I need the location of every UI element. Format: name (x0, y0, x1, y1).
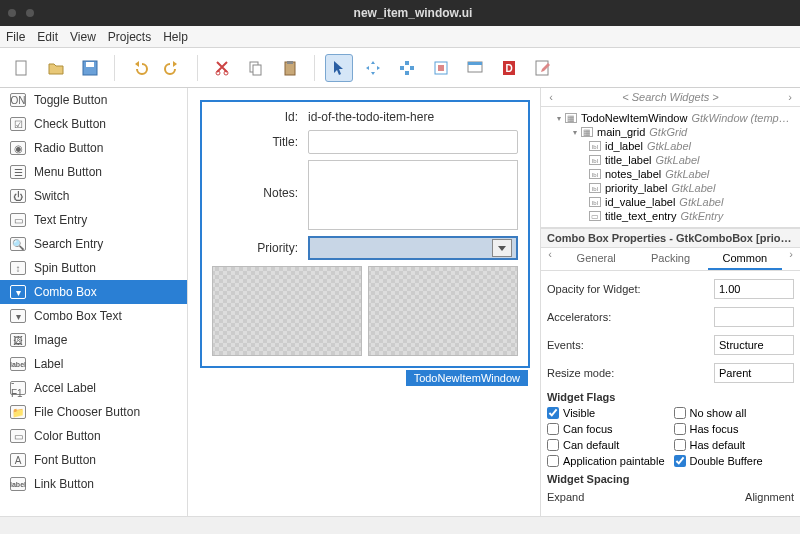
chevron-left-icon[interactable]: ‹ (545, 91, 557, 103)
palette-item-label: Combo Box Text (34, 309, 122, 323)
search-widgets-row[interactable]: ‹ < Search Widgets > › (541, 88, 800, 107)
palette-item-combo-box[interactable]: ▾Combo Box (0, 280, 187, 304)
palette-item-accel-label[interactable]: -F1Accel Label (0, 376, 187, 400)
menu-view[interactable]: View (70, 30, 96, 44)
palette-item-spin-button[interactable]: ↕Spin Button (0, 256, 187, 280)
resize-tool-button[interactable] (393, 54, 421, 82)
palette-item-label: Switch (34, 189, 69, 203)
pointer-tool-button[interactable] (325, 54, 353, 82)
palette-icon: ▾ (10, 285, 26, 299)
svg-text:D: D (505, 63, 512, 74)
devhelp-button[interactable]: D (495, 54, 523, 82)
menu-edit[interactable]: Edit (37, 30, 58, 44)
tree-row-TodoNewItemWindow[interactable]: ▾▦TodoNewItemWindow GtkWindow (temp… (543, 111, 798, 125)
palette-item-font-button[interactable]: AFont Button (0, 448, 187, 472)
drag-tool-button[interactable] (359, 54, 387, 82)
properties-body: Opacity for Widget: Accelerators: Events… (541, 271, 800, 516)
cut-button[interactable] (208, 54, 236, 82)
minimize-icon[interactable] (26, 9, 34, 17)
palette-item-image[interactable]: 🖼Image (0, 328, 187, 352)
tree-row-id_value_label[interactable]: lblid_value_label GtkLabel (543, 195, 798, 209)
statusbar (0, 516, 800, 534)
margin-tool-button[interactable] (427, 54, 455, 82)
close-icon[interactable] (8, 9, 16, 17)
tree-row-priority_label[interactable]: lblpriority_label GtkLabel (543, 181, 798, 195)
palette-icon: A (10, 453, 26, 467)
tree-row-id_label[interactable]: lblid_label GtkLabel (543, 139, 798, 153)
palette-item-label: Toggle Button (34, 93, 107, 107)
palette-item-label: Label (34, 357, 63, 371)
placeholder-cell[interactable] (368, 266, 518, 356)
palette-item-search-entry[interactable]: 🔍Search Entry (0, 232, 187, 256)
menu-file[interactable]: File (6, 30, 25, 44)
menu-help[interactable]: Help (163, 30, 188, 44)
palette-item-menu-button[interactable]: ☰Menu Button (0, 160, 187, 184)
palette-item-check-button[interactable]: ☑Check Button (0, 112, 187, 136)
tab-packing[interactable]: Packing (633, 248, 707, 270)
accelerators-input[interactable] (714, 307, 794, 327)
save-button[interactable] (76, 54, 104, 82)
palette-icon: ↕ (10, 261, 26, 275)
priority-combobox[interactable] (308, 236, 518, 260)
window-name-tag: TodoNewItemWindow (406, 370, 528, 386)
flag-visible[interactable]: Visible (547, 405, 668, 421)
flag-can-default[interactable]: Can default (547, 437, 668, 453)
palette-icon: ▭ (10, 213, 26, 227)
resize-input[interactable] (714, 363, 794, 383)
accelerators-label: Accelerators: (547, 311, 611, 323)
svg-rect-6 (253, 65, 261, 75)
palette-item-file-chooser-button[interactable]: 📁File Chooser Button (0, 400, 187, 424)
palette-item-switch[interactable]: ⏻Switch (0, 184, 187, 208)
properties-header: Combo Box Properties - GtkComboBox [prio… (541, 228, 800, 248)
tree-row-title_label[interactable]: lbltitle_label GtkLabel (543, 153, 798, 167)
resize-label: Resize mode: (547, 367, 614, 379)
flag-can-focus[interactable]: Can focus (547, 421, 668, 437)
flag-has-default[interactable]: Has default (674, 437, 795, 453)
flag-app-paintable[interactable]: Application paintable (547, 453, 668, 469)
preview-button[interactable] (461, 54, 489, 82)
palette-item-label: Check Button (34, 117, 106, 131)
placeholder-cell[interactable] (212, 266, 362, 356)
new-file-button[interactable] (8, 54, 36, 82)
palette-item-label: Radio Button (34, 141, 103, 155)
svg-rect-2 (86, 62, 94, 67)
notes-textarea[interactable] (308, 160, 518, 230)
copy-button[interactable] (242, 54, 270, 82)
palette-icon: ▭ (10, 429, 26, 443)
opacity-label: Opacity for Widget: (547, 283, 641, 295)
palette-item-color-button[interactable]: ▭Color Button (0, 424, 187, 448)
tree-row-title_text_entry[interactable]: ▭title_text_entry GtkEntry (543, 209, 798, 223)
title-input[interactable] (308, 130, 518, 154)
redo-button[interactable] (159, 54, 187, 82)
tree-row-notes_label[interactable]: lblnotes_label GtkLabel (543, 167, 798, 181)
design-canvas[interactable]: Id: id-of-the-todo-item-here Title: Note… (188, 88, 540, 516)
tab-nav-left[interactable]: ‹ (541, 248, 559, 270)
palette-item-radio-button[interactable]: ◉Radio Button (0, 136, 187, 160)
open-folder-button[interactable] (42, 54, 70, 82)
palette-item-text-entry[interactable]: ▭Text Entry (0, 208, 187, 232)
palette-icon: 🖼 (10, 333, 26, 347)
id-value: id-of-the-todo-item-here (308, 110, 518, 124)
flag-has-focus[interactable]: Has focus (674, 421, 795, 437)
tab-general[interactable]: General (559, 248, 633, 270)
palette-item-toggle-button[interactable]: ONToggle Button (0, 88, 187, 112)
paste-button[interactable] (276, 54, 304, 82)
flag-double-buffered[interactable]: Double Buffere (674, 453, 795, 469)
design-window-frame[interactable]: Id: id-of-the-todo-item-here Title: Note… (200, 100, 530, 368)
chevron-right-icon[interactable]: › (784, 91, 796, 103)
events-input[interactable] (714, 335, 794, 355)
palette-item-combo-box-text[interactable]: ▾Combo Box Text (0, 304, 187, 328)
opacity-input[interactable] (714, 279, 794, 299)
widget-tree[interactable]: ▾▦TodoNewItemWindow GtkWindow (temp…▾▦ma… (541, 107, 800, 228)
edit-button[interactable] (529, 54, 557, 82)
flag-no-show-all[interactable]: No show all (674, 405, 795, 421)
tab-common[interactable]: Common (708, 248, 782, 270)
tab-nav-right[interactable]: › (782, 248, 800, 270)
tree-row-main_grid[interactable]: ▾▦main_grid GtkGrid (543, 125, 798, 139)
palette-item-label[interactable]: labelLabel (0, 352, 187, 376)
menu-projects[interactable]: Projects (108, 30, 151, 44)
window-title: new_item_window.ui (34, 6, 792, 20)
palette-item-link-button[interactable]: labelLink Button (0, 472, 187, 496)
notes-label: Notes: (212, 160, 308, 200)
undo-button[interactable] (125, 54, 153, 82)
